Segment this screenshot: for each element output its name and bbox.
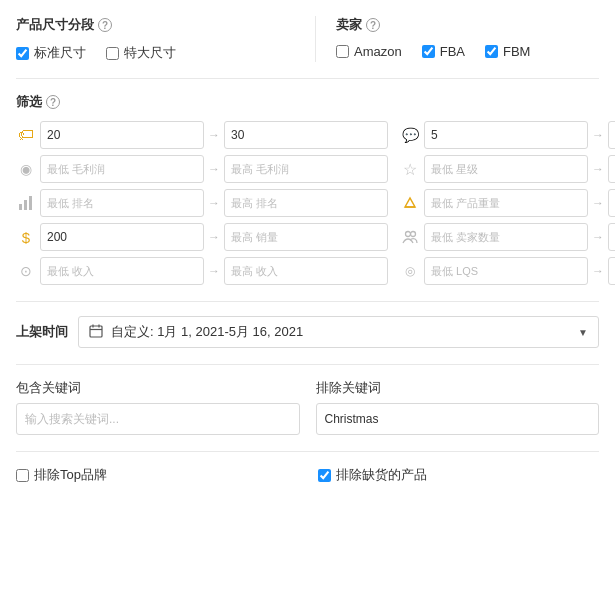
seller-amazon[interactable]: Amazon	[336, 44, 402, 59]
revenue-min-input[interactable]	[40, 257, 204, 285]
svg-rect-1	[24, 200, 27, 210]
rank-icon	[16, 193, 36, 213]
svg-rect-6	[90, 326, 102, 337]
shelf-time-value: 自定义: 1月 1, 2021-5月 16, 2021	[111, 323, 570, 341]
shelf-dropdown-icon: ▼	[578, 327, 588, 338]
bottom-checks: 排除Top品牌 排除缺货的产品	[16, 466, 599, 484]
sales-icon: $	[16, 227, 36, 247]
exclude-top-brand-checkbox[interactable]	[16, 469, 29, 482]
filter-row-lqs: ◎ →	[400, 257, 615, 285]
exclude-out-of-stock-label: 排除缺货的产品	[336, 466, 427, 484]
filter-row-rank: →	[16, 189, 388, 217]
shelf-time-section: 上架时间 自定义: 1月 1, 2021-5月 16, 2021 ▼	[16, 316, 599, 348]
seller-amazon-label: Amazon	[354, 44, 402, 59]
seller-fba[interactable]: FBA	[422, 44, 465, 59]
filter-row-star: ☆ →	[400, 155, 615, 183]
rank-max-input[interactable]	[224, 189, 388, 217]
filter-row-reviews: 💬 →	[400, 121, 615, 149]
price-arrow: →	[208, 128, 220, 142]
filter-row-seller-count: →	[400, 223, 615, 251]
lqs-max-input[interactable]	[608, 257, 615, 285]
seller-options: Amazon FBA FBM	[336, 44, 599, 59]
filter-help-icon[interactable]: ?	[46, 95, 60, 109]
weight-arrow: →	[592, 196, 604, 210]
svg-rect-0	[19, 204, 22, 210]
svg-point-4	[406, 232, 411, 237]
size-standard-label: 标准尺寸	[34, 44, 86, 62]
lqs-min-input[interactable]	[424, 257, 588, 285]
exclude-out-of-stock-item[interactable]: 排除缺货的产品	[318, 466, 600, 484]
exclude-keywords-block: 排除关键词	[316, 379, 600, 435]
divider-3	[16, 364, 599, 365]
seller-amazon-checkbox[interactable]	[336, 45, 349, 58]
lqs-arrow: →	[592, 264, 604, 278]
product-size-title: 产品尺寸分段 ?	[16, 16, 299, 34]
exclude-out-of-stock-checkbox[interactable]	[318, 469, 331, 482]
rank-min-input[interactable]	[40, 189, 204, 217]
star-icon: ☆	[400, 159, 420, 179]
filter-row-profit: ◉ →	[16, 155, 388, 183]
price-min-input[interactable]	[40, 121, 204, 149]
svg-point-5	[411, 232, 416, 237]
filter-row-revenue: ⊙ →	[16, 257, 388, 285]
seller-help-icon[interactable]: ?	[366, 18, 380, 32]
star-arrow: →	[592, 162, 604, 176]
weight-min-input[interactable]	[424, 189, 588, 217]
exclude-top-brand-label: 排除Top品牌	[34, 466, 107, 484]
seller-fbm-checkbox[interactable]	[485, 45, 498, 58]
calendar-icon	[89, 324, 103, 341]
size-option-oversized[interactable]: 特大尺寸	[106, 44, 176, 62]
reviews-icon: 💬	[400, 125, 420, 145]
shelf-time-picker[interactable]: 自定义: 1月 1, 2021-5月 16, 2021 ▼	[78, 316, 599, 348]
exclude-keywords-input[interactable]	[316, 403, 600, 435]
seller-block: 卖家 ? Amazon FBA FBM	[316, 16, 599, 62]
weight-icon	[400, 193, 420, 213]
price-max-input[interactable]	[224, 121, 388, 149]
seller-fbm[interactable]: FBM	[485, 44, 530, 59]
seller-fba-checkbox[interactable]	[422, 45, 435, 58]
size-standard-checkbox[interactable]	[16, 47, 29, 60]
filter-row-price: 🏷 →	[16, 121, 388, 149]
divider-1	[16, 78, 599, 79]
profit-arrow: →	[208, 162, 220, 176]
revenue-arrow: →	[208, 264, 220, 278]
include-keywords-label: 包含关键词	[16, 379, 300, 397]
filter-row-weight: →	[400, 189, 615, 217]
divider-2	[16, 301, 599, 302]
seller-title: 卖家 ?	[336, 16, 599, 34]
keywords-section: 包含关键词 排除关键词	[16, 379, 599, 435]
profit-max-input[interactable]	[224, 155, 388, 183]
price-icon: 🏷	[16, 125, 36, 145]
filter-left-col: 🏷 → ◉ →	[16, 121, 388, 285]
revenue-max-input[interactable]	[224, 257, 388, 285]
size-oversized-checkbox[interactable]	[106, 47, 119, 60]
size-oversized-label: 特大尺寸	[124, 44, 176, 62]
product-size-options: 标准尺寸 特大尺寸	[16, 44, 299, 62]
lqs-icon: ◎	[400, 261, 420, 281]
seller-count-max-input[interactable]	[608, 223, 615, 251]
seller-fba-label: FBA	[440, 44, 465, 59]
star-max-input[interactable]	[608, 155, 615, 183]
include-keywords-input[interactable]	[16, 403, 300, 435]
reviews-min-input[interactable]	[424, 121, 588, 149]
sales-arrow: →	[208, 230, 220, 244]
exclude-keywords-label: 排除关键词	[316, 379, 600, 397]
sales-min-input[interactable]	[40, 223, 204, 251]
reviews-max-input[interactable]	[608, 121, 615, 149]
filter-section: 筛选 ? 🏷 → ◉ →	[16, 93, 599, 285]
divider-4	[16, 451, 599, 452]
size-option-standard[interactable]: 标准尺寸	[16, 44, 86, 62]
seller-fbm-label: FBM	[503, 44, 530, 59]
weight-max-input[interactable]	[608, 189, 615, 217]
seller-count-arrow: →	[592, 230, 604, 244]
exclude-top-brand-item[interactable]: 排除Top品牌	[16, 466, 298, 484]
seller-count-min-input[interactable]	[424, 223, 588, 251]
filter-row-sales: $ →	[16, 223, 388, 251]
rank-arrow: →	[208, 196, 220, 210]
profit-min-input[interactable]	[40, 155, 204, 183]
product-size-help-icon[interactable]: ?	[98, 18, 112, 32]
reviews-arrow: →	[592, 128, 604, 142]
shelf-time-label: 上架时间	[16, 323, 68, 341]
star-min-input[interactable]	[424, 155, 588, 183]
sales-max-input[interactable]	[224, 223, 388, 251]
